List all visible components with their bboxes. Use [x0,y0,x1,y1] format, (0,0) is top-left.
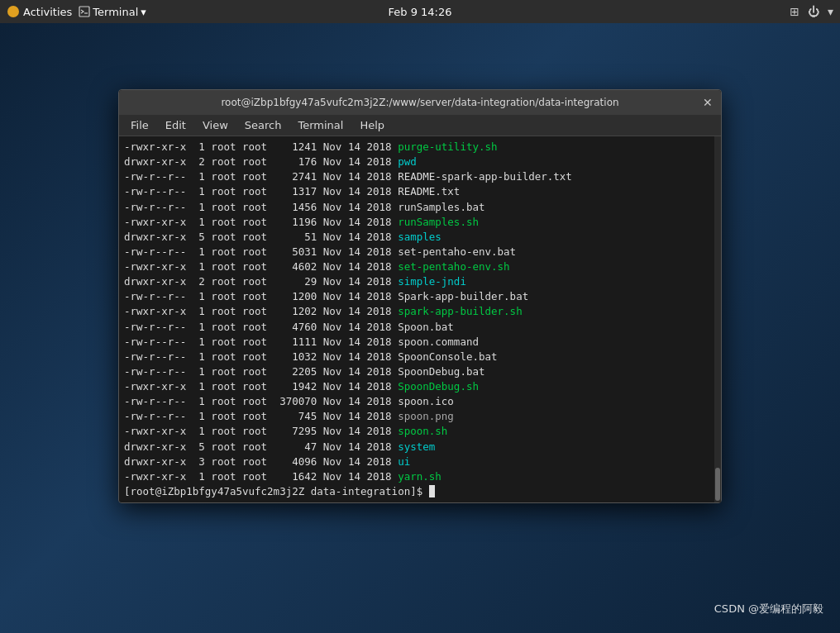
file-entry: -rwxr-xr-x 1 root root 7295 Nov 14 2018 … [124,424,709,439]
power-dropdown-arrow[interactable]: ▾ [828,5,833,18]
scrollbar-thumb[interactable] [715,468,720,501]
file-entry: drwxr-xr-x 5 root root 47 Nov 14 2018 sy… [124,440,709,455]
scrollbar[interactable] [714,136,721,502]
network-icon[interactable]: ⊞ [790,5,799,18]
file-entry: -rwxr-xr-x 1 root root 1942 Nov 14 2018 … [124,379,709,394]
file-entry: drwxr-xr-x 5 root root 51 Nov 14 2018 sa… [124,230,709,245]
menu-bar: File Edit View Search Terminal Help [119,115,721,136]
prompt-line[interactable]: [root@iZbp1bfgy47a5vufc2m3j2Z data-integ… [124,484,709,499]
file-entry: -rw-r--r-- 1 root root 1317 Nov 14 2018 … [124,184,709,199]
terminal-menu-button[interactable]: Terminal ▾ [79,6,146,18]
menu-file[interactable]: File [124,117,155,133]
activities-icon [7,5,20,18]
file-entry: -rwxr-xr-x 1 root root 1642 Nov 14 2018 … [124,469,709,484]
file-entry: -rwxr-xr-x 1 root root 1196 Nov 14 2018 … [124,215,709,230]
file-entry: -rw-r--r-- 1 root root 745 Nov 14 2018 s… [124,409,709,424]
watermark: CSDN @爱编程的阿毅 [714,602,823,616]
topbar-right: ⊞ ⏻ ▾ [790,5,833,18]
file-entry: -rw-r--r-- 1 root root 2205 Nov 14 2018 … [124,364,709,379]
window-title: root@iZbp1bfgy47a5vufc2m3j2Z:/www/server… [139,97,701,108]
file-entry: -rwxr-xr-x 1 root root 1241 Nov 14 2018 … [124,140,709,155]
activities-label: Activities [23,6,72,18]
topbar-datetime: Feb 9 14:26 [388,6,451,18]
file-entry: -rw-r--r-- 1 root root 1032 Nov 14 2018 … [124,350,709,364]
terminal-scroll: -rwxr-xr-x 1 root root 1241 Nov 14 2018 … [119,136,714,502]
activities-button[interactable]: Activities [7,5,72,18]
svg-point-0 [7,6,19,17]
terminal-content[interactable]: -rwxr-xr-x 1 root root 1241 Nov 14 2018 … [119,136,714,502]
file-entry: drwxr-xr-x 2 root root 176 Nov 14 2018 p… [124,155,709,169]
file-entry: -rwxr-xr-x 1 root root 4602 Nov 14 2018 … [124,259,709,274]
topbar-left: Activities Terminal ▾ [7,5,146,18]
power-icon[interactable]: ⏻ [808,5,819,18]
title-bar: root@iZbp1bfgy47a5vufc2m3j2Z:/www/server… [119,90,721,115]
file-entry: -rw-r--r-- 1 root root 1111 Nov 14 2018 … [124,335,709,350]
terminal-label: Terminal [93,6,138,18]
file-entry: -rwxr-xr-x 1 root root 1202 Nov 14 2018 … [124,304,709,319]
terminal-dropdown-arrow: ▾ [141,6,146,18]
terminal-body: -rwxr-xr-x 1 root root 1241 Nov 14 2018 … [119,136,721,502]
file-entry: -rw-r--r-- 1 root root 4760 Nov 14 2018 … [124,320,709,335]
desktop: root@iZbp1bfgy47a5vufc2m3j2Z:/www/server… [0,23,840,633]
file-entry: drwxr-xr-x 3 root root 4096 Nov 14 2018 … [124,455,709,469]
close-button[interactable]: ✕ [701,96,714,109]
file-entry: -rw-r--r-- 1 root root 5031 Nov 14 2018 … [124,245,709,259]
menu-view[interactable]: View [196,117,235,133]
file-entry: -rw-r--r-- 1 root root 1456 Nov 14 2018 … [124,200,709,215]
terminal-icon [79,6,90,17]
menu-edit[interactable]: Edit [159,117,193,133]
terminal-window: root@iZbp1bfgy47a5vufc2m3j2Z:/www/server… [118,89,722,503]
menu-terminal[interactable]: Terminal [291,117,350,133]
file-entry: drwxr-xr-x 2 root root 29 Nov 14 2018 si… [124,274,709,289]
menu-search[interactable]: Search [238,117,289,133]
file-entry: -rw-r--r-- 1 root root 370070 Nov 14 201… [124,394,709,409]
file-entry: -rw-r--r-- 1 root root 1200 Nov 14 2018 … [124,289,709,304]
file-entry: -rw-r--r-- 1 root root 2741 Nov 14 2018 … [124,169,709,184]
menu-help[interactable]: Help [353,117,391,133]
topbar: Activities Terminal ▾ Feb 9 14:26 ⊞ ⏻ ▾ [0,0,840,23]
